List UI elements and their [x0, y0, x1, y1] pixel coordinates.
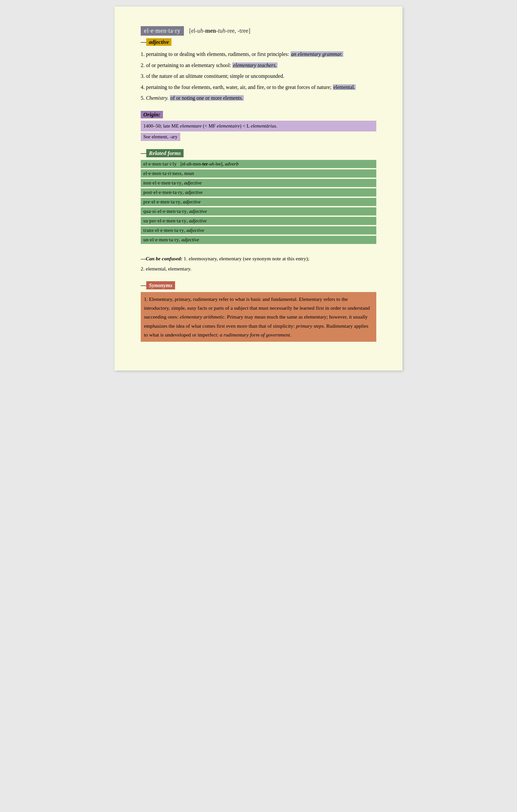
- related-word: su·per·el·e·men·ta·ry: [143, 218, 187, 223]
- related-item-transelementary: trans·el·e·men·ta·ry, adjective: [141, 226, 376, 234]
- related-pos: adjective: [181, 237, 199, 242]
- pos-dash: —: [141, 39, 146, 45]
- confused-title: Can be confused:: [146, 256, 183, 261]
- related-pos: adjective: [189, 209, 207, 214]
- related-forms-list: el·e·men·tar·i·ly [el-uh-men-ter-uh-lee]…: [141, 160, 376, 245]
- related-forms-title: Related forms: [146, 149, 184, 157]
- related-item-elementariness: el·e·men·ta·ri·ness, noun: [141, 169, 376, 178]
- related-pos: adjective: [185, 190, 202, 195]
- confused-line-2: 2. elemental, elementary.: [141, 265, 376, 273]
- origin-header: Origin:: [141, 112, 376, 118]
- example-5: of or noting one or more elements.: [170, 95, 244, 101]
- confused-section: —Can be confused: 1. eleemosynary, eleme…: [141, 255, 376, 273]
- example-4: elemental.: [333, 84, 356, 90]
- related-item-nonelementary: non·el·e·men·ta·ry, adjective: [141, 179, 376, 187]
- related-dash: —: [141, 150, 146, 156]
- related-word: non·el·e·men·ta·ry: [143, 180, 182, 185]
- related-item-quasielementary: qua·si-el·e·men·ta·ry, adjective: [141, 207, 376, 215]
- synonyms-text: 1. Elementary, primary, rudimentary refe…: [141, 292, 376, 342]
- related-pos: adjective: [183, 199, 200, 204]
- related-forms-header: —Related forms: [141, 150, 376, 157]
- definitions-section: 1. pertaining to or dealing with element…: [141, 50, 376, 103]
- pronunciation: [el-uh-men-tuh-ree, -tree]: [189, 27, 250, 34]
- origin-text: 1400–50; late ME elementare (< MF elemen…: [141, 121, 376, 132]
- definition-4: 4. pertaining to the four elements, eart…: [141, 83, 376, 92]
- definition-1: 1. pertaining to or dealing with element…: [141, 50, 376, 59]
- related-forms-section: —Related forms el·e·men·tar·i·ly [el-uh-…: [141, 150, 376, 245]
- related-pron: [el-uh-men-ter-uh-lee]: [180, 162, 222, 167]
- related-item-unelementary: un·el·e·men·ta·ry, adjective: [141, 236, 376, 244]
- related-word: un·el·e·men·ta·ry: [143, 237, 179, 242]
- related-item-postelementary: post·el·e·men·ta·ry, adjective: [141, 188, 376, 197]
- confused-dash: —: [141, 256, 146, 261]
- dictionary-page: el·e·men·ta·ry [el-uh-men-tuh-ree, -tree…: [114, 6, 403, 371]
- synonyms-title: Synonyms: [146, 281, 175, 289]
- related-word: el·e·men·tar·i·ly: [143, 161, 177, 167]
- pos-label: adjective: [146, 38, 171, 46]
- related-item-superelementary: su·per·el·e·men·ta·ry, adjective: [141, 217, 376, 225]
- origin-section: Origin: 1400–50; late ME elementare (< M…: [141, 112, 376, 141]
- definition-5: 5. Chemistry. of or noting one or more e…: [141, 94, 376, 103]
- subject-chemistry: Chemistry.: [146, 95, 168, 101]
- example-1: an elementary grammar.: [291, 51, 343, 57]
- definition-2: 2. of or pertaining to an elementary sch…: [141, 61, 376, 70]
- synonyms-section: —Synonyms 1. Elementary, primary, rudime…: [141, 282, 376, 342]
- related-word: trans·el·e·men·ta·ry: [143, 228, 184, 233]
- definition-3: 3. of the nature of an ultimate constitu…: [141, 72, 376, 81]
- synonyms-dash: —: [141, 282, 146, 288]
- related-pos: adjective: [189, 218, 207, 223]
- origin-see: See element, -ary: [141, 133, 180, 141]
- headword: el·e·men·ta·ry: [141, 26, 184, 36]
- related-word: qua·si-el·e·men·ta·ry: [143, 209, 187, 214]
- related-word: el·e·men·ta·ri·ness: [143, 171, 182, 176]
- example-2: elementary teachers.: [232, 62, 277, 68]
- related-word: pre·el·e·men·ta·ry: [143, 199, 181, 204]
- related-pos: noun: [184, 171, 194, 176]
- related-pos: adjective: [184, 180, 201, 185]
- synonyms-header: —Synonyms: [141, 282, 376, 289]
- related-item-preelementary: pre·el·e·men·ta·ry, adjective: [141, 198, 376, 206]
- origin-title: Origin:: [141, 111, 163, 118]
- pos-line: —adjective: [141, 39, 376, 46]
- related-word: post·el·e·men·ta·ry: [143, 190, 183, 195]
- related-item-elementarily: el·e·men·tar·i·ly [el-uh-men-ter-uh-lee]…: [141, 160, 376, 168]
- header-row: el·e·men·ta·ry [el-uh-men-tuh-ree, -tree…: [141, 26, 376, 36]
- related-pos: adverb: [225, 161, 239, 167]
- confused-line-1: —Can be confused: 1. eleemosynary, eleme…: [141, 255, 376, 263]
- related-pos: adjective: [187, 228, 204, 233]
